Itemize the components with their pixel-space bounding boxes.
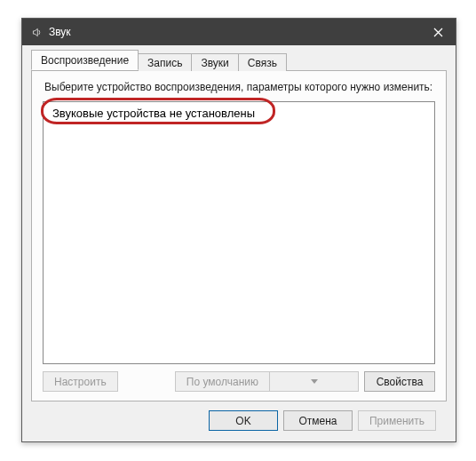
dialog-footer: OK Отмена Применить <box>31 401 447 434</box>
no-devices-message: Звуковые устройства не установлены <box>51 107 427 120</box>
configure-button[interactable]: Настроить <box>43 371 118 392</box>
close-button[interactable] <box>420 19 456 45</box>
titlebar[interactable]: Звук <box>22 19 456 45</box>
ok-button[interactable]: OK <box>209 410 278 431</box>
window-title: Звук <box>49 26 420 38</box>
cancel-button[interactable]: Отмена <box>283 410 353 431</box>
properties-button[interactable]: Свойства <box>364 371 435 392</box>
set-default-button[interactable]: По умолчанию <box>175 371 270 392</box>
apply-button[interactable]: Применить <box>358 410 436 431</box>
device-list[interactable]: Звуковые устройства не установлены <box>43 101 435 364</box>
panel-button-row: Настроить По умолчанию Свойства <box>43 371 435 392</box>
set-default-dropdown[interactable] <box>270 371 359 392</box>
tab-record[interactable]: Запись <box>138 53 192 71</box>
chevron-down-icon <box>311 379 318 384</box>
tab-sounds[interactable]: Звуки <box>191 53 238 71</box>
sound-dialog: Звук Воспроизведение Запись Звуки Связь … <box>21 18 456 442</box>
tab-panel-playback: Выберите устройство воспроизведения, пар… <box>31 70 447 401</box>
tab-playback[interactable]: Воспроизведение <box>31 50 139 70</box>
tab-comm[interactable]: Связь <box>238 53 287 71</box>
instruction-text: Выберите устройство воспроизведения, пар… <box>44 80 435 94</box>
tab-strip: Воспроизведение Запись Звуки Связь <box>31 51 447 70</box>
set-default-split: По умолчанию <box>175 371 359 392</box>
sound-icon <box>29 25 44 39</box>
dialog-body: Воспроизведение Запись Звуки Связь Выбер… <box>22 45 456 441</box>
